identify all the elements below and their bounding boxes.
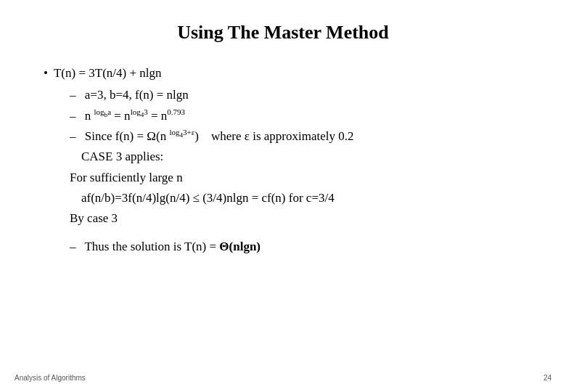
sub-item-2: – n logba = nlog43 = n0.793 xyxy=(44,107,522,126)
dash-1: – xyxy=(70,86,76,105)
dash-2: – xyxy=(70,107,76,126)
thus-text: Thus the solution is T(n) = Θ(nlgn) xyxy=(84,240,261,253)
bullet-main: • T(n) = 3T(n/4) + nlgn xyxy=(44,64,522,83)
bullet-symbol: • xyxy=(44,64,48,83)
page: Using The Master Method • T(n) = 3T(n/4)… xyxy=(0,0,566,392)
bullet-main-text: T(n) = 3T(n/4) + nlgn xyxy=(54,64,162,83)
footer-right: 24 xyxy=(544,374,551,382)
for-large-line: For sufficiently large n xyxy=(44,168,522,187)
footer-left: Analysis of Algorithms xyxy=(15,374,86,382)
af-text: af(n/b)=3f(n/4)lg(n/4) ≤ (3/4)nlgn = cf(… xyxy=(81,191,335,205)
sub-item-3: – Since f(n) = Ω(n log43+ε) where ε is a… xyxy=(44,127,522,146)
footer: Analysis of Algorithms 24 xyxy=(0,374,566,382)
case3-text: CASE 3 applies: xyxy=(81,150,163,163)
af-line: af(n/b)=3f(n/4)lg(n/4) ≤ (3/4)nlgn = cf(… xyxy=(44,189,522,208)
dash-thus: – xyxy=(70,237,76,256)
dash-3: – xyxy=(70,127,76,146)
sub-text-1: a=3, b=4, f(n) = nlgn xyxy=(85,88,189,102)
by-case-line: By case 3 xyxy=(44,209,522,228)
page-title: Using The Master Method xyxy=(44,22,522,44)
by-case-text: By case 3 xyxy=(70,211,118,225)
sub-text-3: Since f(n) = Ω(n log43+ε) where ε is app… xyxy=(85,129,354,143)
sub-item-1: – a=3, b=4, f(n) = nlgn xyxy=(44,86,522,105)
thus-section: – Thus the solution is T(n) = Θ(nlgn) xyxy=(44,237,522,256)
case3-line: CASE 3 applies: xyxy=(44,147,522,166)
for-large-text: For sufficiently large n xyxy=(70,171,183,184)
sub-text-2: n logba = nlog43 = n0.793 xyxy=(85,109,185,123)
content-area: • T(n) = 3T(n/4) + nlgn – a=3, b=4, f(n)… xyxy=(44,64,522,256)
